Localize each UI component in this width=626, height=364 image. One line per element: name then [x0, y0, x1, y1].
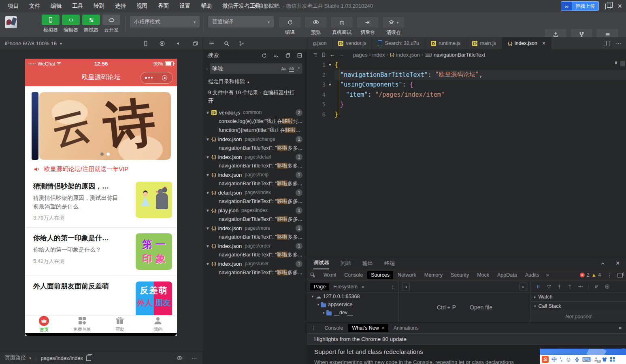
split-editor-icon[interactable]	[604, 41, 609, 46]
open-file-label[interactable]: Open file	[470, 304, 492, 311]
regex-icon[interactable]: .*	[297, 66, 300, 71]
search-input[interactable]: 哆啦 Aa ab .*	[210, 63, 302, 74]
breadcrumb-item-index[interactable]: index	[372, 52, 385, 58]
editor-more-icon[interactable]: ⋯	[616, 40, 621, 47]
show-navigator-icon[interactable]: ◂	[402, 283, 410, 290]
step-over-icon[interactable]	[546, 284, 551, 289]
compile-mode-select[interactable]: 普通编译 ▾	[208, 16, 274, 28]
code-editor[interactable]: 1▼{2 "navigationBarTitleText": "欧皇源码论坛",…	[307, 60, 626, 119]
editor-tab-main.js[interactable]: JSmain.js	[466, 37, 502, 49]
devtools-tab-Audits[interactable]: Audits	[522, 271, 543, 279]
window-restore-button[interactable]	[605, 4, 611, 9]
sources-nav-tab-Filesystem[interactable]: Filesystem	[333, 284, 358, 290]
toolbar-编辑器[interactable]: 编辑器	[62, 15, 80, 34]
editor-tab-runtime.js[interactable]: JSruntime.js	[425, 37, 466, 49]
devtools-tab-AppData[interactable]: AppData	[494, 271, 521, 279]
menu-item-10[interactable]: 微信开发者工具	[217, 0, 266, 12]
search-result-match[interactable]: navigationBarTitleText": "哆啦多多...	[202, 250, 307, 259]
menu-item-3[interactable]: 工具	[67, 0, 88, 12]
source-tree-item-appservice[interactable]: ▾appservice	[307, 301, 398, 309]
refresh-icon[interactable]	[261, 53, 267, 59]
sources-nav-tab-Page[interactable]: Page	[310, 283, 329, 290]
menu-item-0[interactable]: 项目	[2, 0, 24, 12]
more-tabs-icon[interactable]: »	[362, 284, 364, 290]
search-result-match[interactable]: console.log(e),{title:"我正在哆啦封...	[202, 117, 307, 126]
phone-tab-免费兑换[interactable]: 免费兑换	[63, 315, 101, 333]
close-drawer-icon[interactable]: ×	[618, 324, 622, 331]
breadcrumb-item-navigationBarTitleText[interactable]: abcnavigationBarTitleText	[425, 52, 485, 58]
undock-icon[interactable]	[617, 273, 623, 277]
inspect-element-icon[interactable]	[310, 272, 316, 278]
quiz-card-0[interactable]: 猜测情侣吵架的原因，…猜测情侣吵架的原因，测试出你目前最渴望的是什么3.79万人…	[25, 176, 177, 228]
debugger-tab-问题[interactable]: 问题	[341, 257, 351, 269]
call-stack-section[interactable]: ▾ Call Stack	[531, 302, 626, 311]
search-result-match[interactable]: navigationBarTitleText": "哆啦多多...	[202, 215, 307, 224]
record-icon[interactable]	[159, 40, 165, 47]
more-button[interactable]	[141, 77, 157, 79]
phone-tab-首页[interactable]: 首页	[25, 315, 63, 333]
menu-item-1[interactable]: 文件	[24, 0, 45, 12]
action-切后台[interactable]: 切后台	[356, 15, 379, 36]
breadcrumb-item-pages[interactable]: pages	[353, 52, 367, 58]
drawer-menu-icon[interactable]: ⋮	[311, 325, 316, 331]
fold-icon[interactable]: ▼	[326, 83, 334, 87]
devtools-tab-Console[interactable]: Console	[341, 271, 366, 279]
devtools-tab-Security[interactable]: Security	[447, 271, 473, 279]
menu-item-2[interactable]: 编辑	[45, 0, 67, 12]
search-result-match[interactable]: navigationBarTitleText": "哆啦多多...	[202, 161, 307, 170]
notice-bar[interactable]: 欧皇源码论坛/注册就送一年VIP	[33, 165, 128, 173]
toolbar-云开发[interactable]: 云开发	[102, 15, 121, 34]
watch-section[interactable]: ▸ Watch	[531, 292, 626, 302]
eye-icon[interactable]	[177, 355, 183, 361]
devtools-menu-icon[interactable]: ⋮	[607, 272, 612, 278]
search-icon[interactable]	[224, 40, 230, 47]
devtools-tab-Wxml[interactable]: Wxml	[320, 271, 340, 279]
user-avatar[interactable]	[5, 16, 17, 28]
mode-select[interactable]: 小程序模式 ▾	[130, 16, 200, 28]
step-icon[interactable]	[578, 284, 583, 289]
search-result-file[interactable]: ▼{..}index.jsonpages\change1	[202, 135, 307, 144]
bookmark-icon[interactable]	[321, 52, 326, 57]
skin-icon[interactable]	[602, 357, 607, 362]
collapse-panel-icon[interactable]	[600, 261, 605, 266]
quiz-card-2[interactable]: 外人面前朋友面前反差萌反差萌外人朋友	[25, 276, 177, 315]
action-预览[interactable]: 预览	[304, 15, 328, 36]
phone-tab-帮助[interactable]: 帮助	[101, 315, 139, 333]
phone-frame-icon[interactable]	[143, 40, 149, 47]
search-result-file[interactable]: ▼{..}play.jsonpages\index1	[202, 206, 307, 215]
debugger-tab-调试器[interactable]: 调试器	[313, 257, 329, 269]
menu-item-4[interactable]: 转到	[88, 0, 110, 12]
carousel-prev-slide[interactable]	[32, 92, 38, 160]
search-result-match[interactable]: navigationBarTitleText": "哆啦多多...	[202, 268, 307, 277]
clear-results-icon[interactable]	[273, 53, 279, 58]
whole-word-icon[interactable]: ab	[289, 66, 294, 72]
device-selector[interactable]: iPhone 6/7/8 100% 16 ▾	[5, 40, 62, 47]
carousel-banner[interactable]: 云 诗	[39, 92, 171, 160]
step-out-icon[interactable]	[567, 284, 573, 289]
search-result-file[interactable]: ▼{..}detail.jsonpages\index1	[202, 188, 307, 197]
source-tree-item-__dev__[interactable]: ▸__dev__	[307, 309, 398, 317]
copy-path-icon[interactable]	[86, 356, 91, 361]
search-result-match[interactable]: navigationBarTitleText": "哆啦多多...	[202, 233, 307, 241]
editor-tab-index.json[interactable]: {..}index.json×	[502, 37, 551, 49]
nav-back-icon[interactable]: ←	[330, 51, 335, 58]
voice-input-icon[interactable]	[575, 357, 579, 362]
outline-icon[interactable]	[313, 52, 318, 57]
menu-item-7[interactable]: 界面	[153, 0, 174, 12]
multi-window-icon[interactable]	[192, 40, 198, 47]
toolbox-icon[interactable]	[610, 357, 615, 362]
search-result-match[interactable]: navigationBarTitleText": "哆啦多多...	[202, 179, 307, 188]
action-清缓存[interactable]: ▾清缓存	[382, 15, 405, 36]
match-case-icon[interactable]: Aa	[281, 66, 286, 71]
search-result-file[interactable]: ▼{..}index.jsonpages\user1	[202, 259, 307, 268]
drag-upload-button[interactable]: ∞ 拖拽上传	[561, 1, 599, 11]
show-debugger-icon[interactable]: ▸	[520, 283, 527, 290]
editor-tab-vendor.js[interactable]: JSvendor.js	[332, 37, 372, 49]
punctuation-icon[interactable]: ’,	[560, 356, 562, 362]
explorer-icon[interactable]	[209, 40, 215, 47]
more-actions-icon[interactable]: ⋯	[192, 355, 197, 361]
menu-item-9[interactable]: 帮助	[196, 0, 217, 12]
deactivate-breakpoints-icon[interactable]	[594, 284, 599, 289]
open-new-search-icon[interactable]	[285, 53, 291, 58]
debugger-tab-输出[interactable]: 输出	[362, 257, 373, 269]
